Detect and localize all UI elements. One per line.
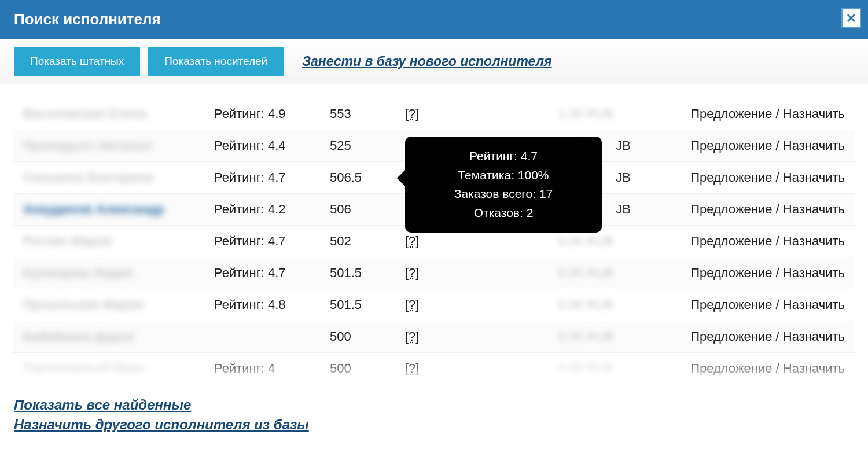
help-icon[interactable]: [?] [405, 234, 446, 249]
rating-value: 4.7 [268, 170, 286, 185]
row-actions[interactable]: Предложение / Назначить [648, 138, 845, 153]
search-performer-modal: Поиск исполнителя Показать штатных Показ… [0, 0, 868, 464]
score-cell: 500 [330, 361, 405, 376]
rating-prefix: Рейтинг: [214, 266, 264, 280]
rating-cell: Рейтинг: 4.4 [214, 138, 330, 153]
rating-cell: Рейтинг: 4.7 [214, 266, 330, 281]
price-cell: 0.00 RUB [446, 234, 648, 249]
rating-cell: Рейтинг: 4 [214, 361, 330, 376]
table-row: Бабейкина Дарья500[?]0.00 RUBПредложение… [13, 321, 855, 353]
score-cell: 500 [330, 329, 405, 344]
table-row: Тарчилевный ИванРейтинг: 4500[?]0.00 RUB… [13, 353, 855, 385]
score-cell: 506.5 [330, 170, 405, 185]
rating-value: 4.8 [268, 297, 286, 312]
row-actions[interactable]: Предложение / Назначить [648, 329, 845, 344]
rating-cell: Рейтинг: 4.2 [214, 202, 330, 217]
price-cell: 1.00 RUB [446, 106, 648, 121]
performers-table: Весоловская ЕленаРейтинг: 4.9553[?]1.00 … [0, 98, 868, 385]
help-icon[interactable]: [?] [405, 361, 446, 376]
score-cell: 502 [330, 234, 405, 249]
rating-value: 4.4 [268, 138, 286, 153]
show-staff-button[interactable]: Показать штатных [14, 47, 140, 76]
add-new-performer-link[interactable]: Занести в базу нового исполнителя [302, 54, 551, 69]
rating-value: 4.9 [268, 106, 286, 121]
rating-prefix: Рейтинг: [214, 361, 264, 375]
score-cell: 501.5 [330, 266, 405, 281]
rating-prefix: Рейтинг: [214, 106, 264, 121]
price-suffix: JB [616, 138, 631, 153]
performer-name[interactable]: Весоловская Елена [23, 106, 214, 121]
row-actions[interactable]: Предложение / Назначить [648, 170, 845, 185]
performer-name[interactable]: Кузнецова Лидия [23, 266, 214, 281]
rating-prefix: Рейтинг: [214, 297, 264, 312]
price-blurred: 1.00 RUB [558, 106, 631, 121]
price-suffix: JB [616, 202, 631, 216]
footer-divider [14, 439, 854, 439]
performer-name[interactable]: Рогово Мария [23, 234, 214, 249]
performer-name[interactable]: Проходысс Наталья [23, 138, 214, 153]
modal-header: Поиск исполнителя [0, 0, 868, 39]
price-blurred: 0.00 RUB [558, 266, 631, 280]
score-cell: 501.5 [330, 297, 405, 312]
score-cell: 525 [330, 138, 405, 153]
show-natives-button[interactable]: Показать носителей [148, 47, 284, 76]
rating-value: 4.7 [268, 234, 286, 248]
performer-name[interactable]: Бабейкина Дарья [23, 329, 214, 344]
performer-name[interactable]: Прокопьева Мария [23, 297, 214, 312]
table-row: Весоловская ЕленаРейтинг: 4.9553[?]1.00 … [13, 98, 855, 130]
price-blurred: 0.00 RUB [558, 361, 631, 375]
rating-value: 4.2 [268, 202, 286, 216]
tooltip-line: Рейтинг: 4.7 [422, 147, 584, 166]
price-blurred: 0.00 RUB [558, 234, 631, 248]
help-icon[interactable]: [?] [405, 266, 446, 281]
table-row: Кузнецова ЛидияРейтинг: 4.7501.5[?]0.00 … [13, 257, 855, 289]
rating-prefix: Рейтинг: [214, 202, 264, 216]
close-icon [845, 12, 857, 24]
price-suffix: JB [616, 170, 631, 185]
close-button[interactable] [841, 8, 861, 28]
price-cell: 0.00 RUB [446, 361, 648, 376]
row-actions[interactable]: Предложение / Назначить [648, 106, 845, 121]
tooltip-line: Тематика: 100% [422, 166, 584, 185]
modal-title: Поиск исполнителя [14, 10, 161, 28]
performer-name[interactable]: Анкудинов Александр [23, 202, 214, 217]
row-actions[interactable]: Предложение / Назначить [648, 202, 845, 217]
assign-other-link[interactable]: Назначить другого исполнителя из базы [14, 415, 854, 434]
help-icon[interactable]: [?] [405, 106, 446, 121]
price-blurred: 0.00 RUB [558, 329, 631, 344]
row-actions[interactable]: Предложение / Назначить [648, 266, 845, 281]
row-actions[interactable]: Предложение / Назначить [648, 234, 845, 249]
table-row: Прокопьева МарияРейтинг: 4.8501.5[?]0.00… [13, 289, 855, 321]
performer-name[interactable]: Сенькина Екатерина [23, 170, 214, 185]
rating-value: 4.7 [268, 266, 286, 280]
rating-cell: Рейтинг: 4.7 [214, 234, 330, 249]
rating-tooltip: Рейтинг: 4.7 Тематика: 100% Заказов всег… [405, 137, 602, 233]
score-cell: 553 [330, 106, 405, 121]
tooltip-line: Заказов всего: 17 [422, 185, 584, 204]
price-blurred: 0.00 RUB [558, 297, 631, 312]
score-cell: 506 [330, 202, 405, 217]
rating-value: 4 [268, 361, 275, 375]
row-actions[interactable]: Предложение / Назначить [648, 297, 845, 312]
footer: Показать все найденные Назначить другого… [0, 385, 868, 447]
rating-cell: Рейтинг: 4.8 [214, 297, 330, 312]
rating-prefix: Рейтинг: [214, 234, 264, 248]
help-icon[interactable]: [?] [405, 297, 446, 312]
rating-cell: Рейтинг: 4.9 [214, 106, 330, 121]
price-cell: 0.00 RUB [446, 297, 648, 312]
help-icon[interactable]: [?] [405, 329, 446, 344]
row-actions[interactable]: Предложение / Назначить [648, 361, 845, 376]
performer-name[interactable]: Тарчилевный Иван [23, 361, 214, 376]
price-cell: 0.00 RUB [446, 266, 648, 281]
rating-cell: Рейтинг: 4.7 [214, 170, 330, 185]
price-cell: 0.00 RUB [446, 329, 648, 344]
rating-prefix: Рейтинг: [214, 138, 264, 153]
show-all-found-link[interactable]: Показать все найденные [14, 395, 854, 415]
toolbar: Показать штатных Показать носителей Зане… [0, 39, 868, 84]
tooltip-line: Отказов: 2 [422, 204, 584, 223]
rating-prefix: Рейтинг: [214, 170, 264, 185]
